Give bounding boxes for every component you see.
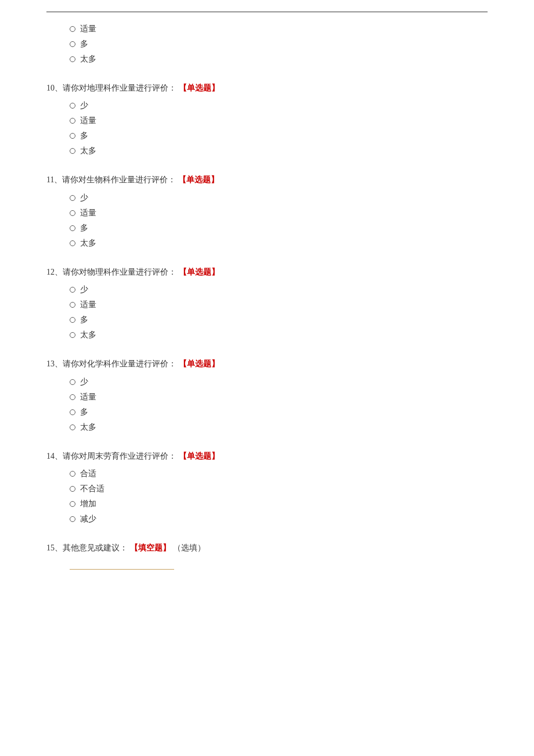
option-label-13-1: 少	[80, 377, 88, 387]
option-12-2[interactable]: 适量	[70, 300, 488, 310]
option-13-2[interactable]: 适量	[70, 392, 488, 402]
option-11-1[interactable]: 少	[70, 193, 488, 203]
radio-icon	[70, 56, 75, 62]
option-10-1[interactable]: 少	[70, 100, 488, 111]
option-label-12-1: 少	[80, 285, 88, 295]
question-block-14: 14、请你对周末劳育作业进行评价：【单选题】合适不合适增加减少	[46, 450, 488, 524]
question-title-15: 15、其他意见或建议：【填空题】 （选填）	[46, 542, 488, 555]
options-list-11: 少适量多太多	[46, 193, 488, 249]
option-14-1[interactable]: 合适	[70, 469, 488, 479]
question-extra-15: （选填）	[171, 543, 205, 552]
option-14-2[interactable]: 不合适	[70, 484, 488, 494]
options-list-13: 少适量多太多	[46, 377, 488, 433]
option-label-11-2: 适量	[80, 208, 96, 218]
questions-container: 10、请你对地理科作业量进行评价：【单选题】少适量多太多11、请你对生物科作业量…	[46, 82, 488, 570]
question-block-12: 12、请你对物理科作业量进行评价：【单选题】少适量多太多	[46, 266, 488, 340]
radio-icon	[70, 225, 75, 231]
intro-option-label-3: 太多	[80, 54, 96, 64]
question-title-12: 12、请你对物理科作业量进行评价：【单选题】	[46, 266, 488, 279]
intro-options-block: 适量 多 太多	[46, 24, 488, 64]
radio-icon	[70, 133, 75, 139]
radio-icon	[70, 41, 75, 47]
option-11-4[interactable]: 太多	[70, 238, 488, 249]
question-number-12: 12、请你对物理科作业量进行评价：	[46, 268, 176, 276]
radio-icon	[70, 103, 75, 109]
radio-icon	[70, 424, 75, 430]
intro-option-2[interactable]: 多	[70, 39, 488, 49]
question-number-10: 10、请你对地理科作业量进行评价：	[46, 84, 176, 92]
option-label-10-2: 适量	[80, 116, 96, 126]
question-tag-10: 【单选题】	[179, 84, 219, 92]
options-list-14: 合适不合适增加减少	[46, 469, 488, 524]
question-title-11: 11、请你对生物科作业量进行评价：【单选题】	[46, 174, 488, 186]
question-tag-13: 【单选题】	[179, 359, 219, 368]
option-label-13-4: 太多	[80, 422, 96, 433]
option-10-4[interactable]: 太多	[70, 146, 488, 156]
option-13-3[interactable]: 多	[70, 407, 488, 417]
intro-option-label-2: 多	[80, 39, 88, 49]
option-label-12-3: 多	[80, 315, 88, 325]
question-tag-12: 【单选题】	[179, 268, 219, 276]
question-tag-15: 【填空题】	[130, 543, 171, 552]
radio-icon	[70, 332, 75, 338]
option-label-11-4: 太多	[80, 238, 96, 249]
option-10-3[interactable]: 多	[70, 131, 488, 141]
option-label-14-3: 增加	[80, 499, 96, 509]
page-container: 适量 多 太多 10、请你对地理科作业量进行评价：【单选题】少适量多太多11、请…	[0, 0, 534, 756]
option-label-12-2: 适量	[80, 300, 96, 310]
option-14-3[interactable]: 增加	[70, 499, 488, 509]
intro-option-1[interactable]: 适量	[70, 24, 488, 34]
question-number-13: 13、请你对化学科作业量进行评价：	[46, 359, 176, 368]
options-list-12: 少适量多太多	[46, 285, 488, 340]
question-title-10: 10、请你对地理科作业量进行评价：【单选题】	[46, 82, 488, 95]
radio-icon	[70, 379, 75, 385]
radio-icon	[70, 118, 75, 124]
option-10-2[interactable]: 适量	[70, 116, 488, 126]
radio-icon	[70, 302, 75, 308]
option-13-1[interactable]: 少	[70, 377, 488, 387]
question-title-14: 14、请你对周末劳育作业进行评价：【单选题】	[46, 450, 488, 463]
option-11-2[interactable]: 适量	[70, 208, 488, 218]
radio-icon	[70, 317, 75, 323]
option-label-10-3: 多	[80, 131, 88, 141]
option-12-1[interactable]: 少	[70, 285, 488, 295]
option-label-14-4: 减少	[80, 514, 96, 524]
intro-option-3[interactable]: 太多	[70, 54, 488, 64]
option-label-11-3: 多	[80, 223, 88, 233]
options-list-10: 少适量多太多	[46, 100, 488, 156]
option-label-13-2: 适量	[80, 392, 96, 402]
radio-icon	[70, 501, 75, 507]
question-number-15: 15、其他意见或建议：	[46, 543, 128, 552]
option-12-3[interactable]: 多	[70, 315, 488, 325]
option-label-10-4: 太多	[80, 146, 96, 156]
intro-options-list: 适量 多 太多	[46, 24, 488, 64]
radio-icon	[70, 195, 75, 201]
fill-blank-line-15[interactable]	[70, 560, 174, 570]
question-number-14: 14、请你对周末劳育作业进行评价：	[46, 452, 176, 460]
question-block-15: 15、其他意见或建议：【填空题】 （选填）	[46, 542, 488, 570]
top-divider	[46, 12, 488, 12]
question-title-13: 13、请你对化学科作业量进行评价：【单选题】	[46, 358, 488, 370]
radio-icon	[70, 409, 75, 415]
radio-icon	[70, 516, 75, 522]
question-tag-14: 【单选题】	[179, 452, 219, 460]
question-tag-11: 【单选题】	[178, 175, 219, 184]
option-12-4[interactable]: 太多	[70, 330, 488, 340]
option-label-10-1: 少	[80, 100, 88, 111]
option-11-3[interactable]: 多	[70, 223, 488, 233]
radio-icon	[70, 287, 75, 293]
radio-icon	[70, 148, 75, 154]
radio-icon	[70, 471, 75, 477]
radio-icon	[70, 240, 75, 246]
radio-icon	[70, 486, 75, 492]
radio-icon	[70, 210, 75, 216]
question-number-11: 11、请你对生物科作业量进行评价：	[46, 175, 176, 184]
option-label-14-2: 不合适	[80, 484, 104, 494]
question-block-11: 11、请你对生物科作业量进行评价：【单选题】少适量多太多	[46, 174, 488, 248]
option-13-4[interactable]: 太多	[70, 422, 488, 433]
option-label-12-4: 太多	[80, 330, 96, 340]
option-14-4[interactable]: 减少	[70, 514, 488, 524]
radio-icon	[70, 394, 75, 400]
radio-icon	[70, 26, 75, 32]
question-block-10: 10、请你对地理科作业量进行评价：【单选题】少适量多太多	[46, 82, 488, 156]
